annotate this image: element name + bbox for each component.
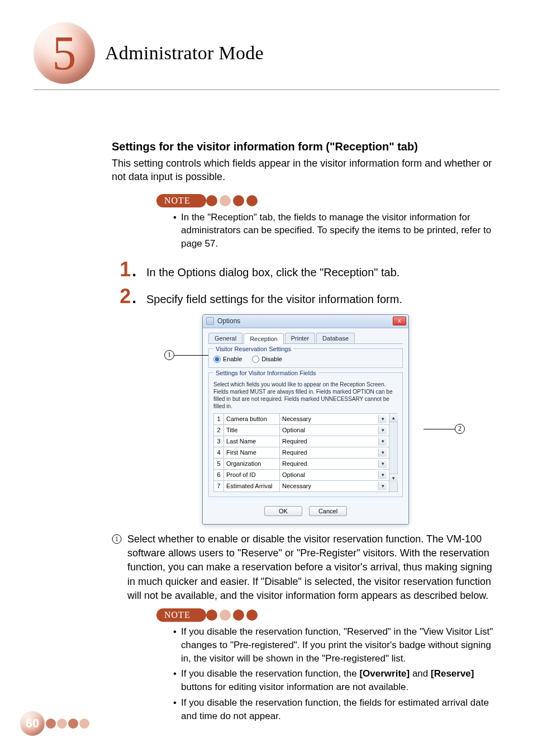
dialog-title: Options [217,317,240,325]
chevron-down-icon: ▾ [378,415,387,423]
table-row: 4 First Name Required▾ [214,447,389,458]
chevron-down-icon: ▾ [378,482,387,490]
field-settings-group: Settings for Visitor Information Fields … [208,372,403,497]
note-bold: [Overwrite] [359,668,410,679]
enum-circle-1: 1 [112,534,122,544]
row-value-label: Required [282,438,307,445]
table-row: 1 Camera button Necessary▾ [214,413,389,424]
scroll-up-icon[interactable]: ▴ [389,414,398,422]
step-number: 1. [112,259,136,280]
radio-enable-input[interactable] [213,356,221,363]
callout-1: 1 [164,350,174,360]
note-header: NOTE [156,194,499,207]
row-index: 3 [214,436,224,447]
callout-2-line [423,429,455,429]
tab-printer[interactable]: Printer [285,333,315,343]
tab-reception[interactable]: Reception [244,333,284,344]
radio-disable-input[interactable] [252,356,259,363]
dialog-titlebar: Options x [203,315,408,328]
row-value-label: Necessary [282,483,311,489]
radio-disable[interactable]: Disable [252,356,282,363]
note-item: If you disable the reservation function,… [173,667,499,694]
note-text: If you disable the reservation function,… [181,668,359,679]
fields-table: 1 Camera button Necessary▾ 2 Title Optio… [213,413,389,492]
dialog-tabs: General Reception Printer Database [208,333,403,344]
radio-enable-label: Enable [223,356,242,362]
note-list: If you disable the reservation function,… [173,625,499,723]
row-value-label: Optional [282,427,305,433]
table-row: 6 Proof of ID Optional▾ [214,469,389,480]
row-index: 7 [214,480,224,492]
row-value-select[interactable]: Required▾ [282,437,387,446]
group-title: Settings for Visitor Information Fields [213,370,318,376]
close-button[interactable]: x [393,316,406,325]
tab-general[interactable]: General [208,333,242,343]
note-dots [206,609,258,621]
options-dialog: Options x General Reception Printer Data… [202,314,409,525]
step-number: 2. [112,286,136,306]
row-value-select[interactable]: Optional▾ [282,471,387,479]
row-field: Title [224,424,280,436]
note-label: NOTE [156,608,206,622]
row-index: 4 [214,447,224,458]
note-item: If you disable the reservation function,… [173,696,499,723]
row-index: 5 [214,458,224,469]
scrollbar[interactable]: ▴ ▾ [389,413,398,492]
row-field: First Name [224,447,280,458]
row-value-label: Optional [282,471,305,478]
note-label: NOTE [156,194,206,207]
note-list: In the "Reception" tab, the fields to ma… [173,211,499,251]
note-text: and [410,668,431,679]
row-field: Proof of ID [224,469,280,480]
chevron-down-icon: ▾ [378,448,387,457]
section-intro: This setting controls which fields appea… [112,157,499,184]
row-field: Estimated Arrival [224,480,280,492]
row-value-label: Required [282,460,307,467]
table-row: 2 Title Optional▾ [214,424,389,436]
chevron-down-icon: ▾ [378,426,387,434]
row-value-label: Necessary [282,415,311,422]
row-field: Camera button [224,413,280,424]
row-value-select[interactable]: Necessary▾ [282,482,387,490]
row-field: Last Name [224,436,280,447]
row-field: Organization [224,458,280,469]
step-text: Specify field settings for the visitor i… [146,293,402,306]
table-row: 5 Organization Required▾ [214,458,389,469]
note-dots [206,195,258,206]
cancel-button[interactable]: Cancel [309,506,347,516]
row-value-select[interactable]: Required▾ [282,460,387,468]
note-item: In the "Reception" tab, the fields to ma… [173,211,499,251]
footer-dots [46,719,89,729]
note-bold: [Reserve] [431,668,474,679]
note-text: buttons for editing visitor information … [181,682,408,692]
radio-enable[interactable]: Enable [213,356,242,363]
enum-text: Select whether to enable or disable the … [127,532,499,603]
row-value-label: Required [282,449,307,456]
scroll-down-icon[interactable]: ▾ [389,474,398,482]
table-row: 3 Last Name Required▾ [214,436,389,447]
header-divider [34,89,499,90]
page-footer: 60 [20,711,89,736]
table-row: 7 Estimated Arrival Necessary▾ [214,480,389,492]
row-value-select[interactable]: Required▾ [282,448,387,457]
svg-text:1: 1 [115,535,118,543]
ok-button[interactable]: OK [264,506,302,516]
row-value-select[interactable]: Optional▾ [282,426,387,434]
row-index: 2 [214,424,224,436]
reservation-settings-group: Visitor Reservation Settings Enable Disa… [208,348,403,368]
chevron-down-icon: ▾ [378,471,387,479]
dialog-app-icon [206,317,214,325]
section-title: Settings for the visitor information for… [112,140,499,153]
row-index: 6 [214,469,224,480]
note-header: NOTE [156,608,499,622]
row-value-select[interactable]: Necessary▾ [282,415,387,423]
chevron-down-icon: ▾ [378,460,387,468]
radio-disable-label: Disable [261,356,282,362]
page-number: 60 [20,711,45,736]
row-index: 1 [214,413,224,424]
chapter-title: Administrator Mode [105,42,264,64]
callout-2: 2 [455,424,465,434]
tab-database[interactable]: Database [316,333,355,343]
chevron-down-icon: ▾ [378,437,387,446]
chapter-number-circle: 5 [34,22,95,84]
